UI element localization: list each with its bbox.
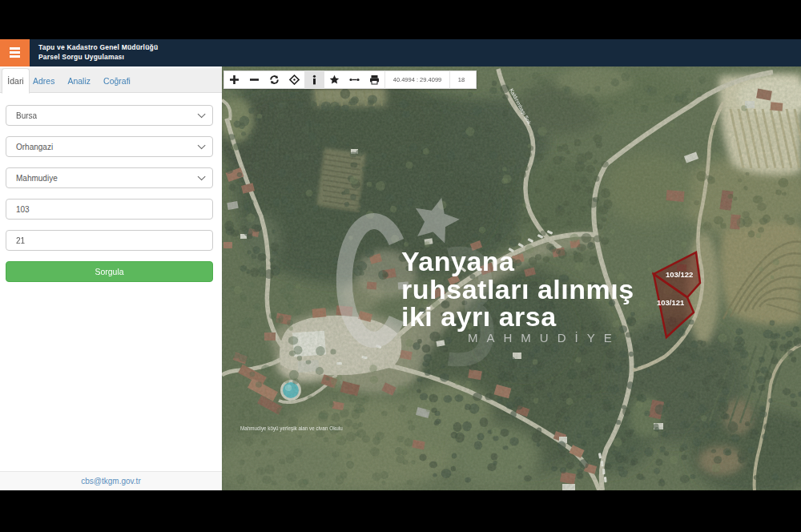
svg-text:iki ayrı arsa: iki ayrı arsa	[401, 301, 557, 332]
svg-text:ruhsatları alınmış: ruhsatları alınmış	[401, 274, 634, 304]
svg-text:103/121: 103/121	[657, 298, 685, 307]
svg-text:Yanyana: Yanyana	[401, 246, 515, 276]
svg-text:MAHMUDİYE: MAHMUDİYE	[468, 331, 621, 345]
svg-text:Mahmudiye köyü yerleşik alan v: Mahmudiye köyü yerleşik alan ve civarı O…	[240, 425, 343, 432]
svg-text:103/122: 103/122	[666, 270, 693, 279]
